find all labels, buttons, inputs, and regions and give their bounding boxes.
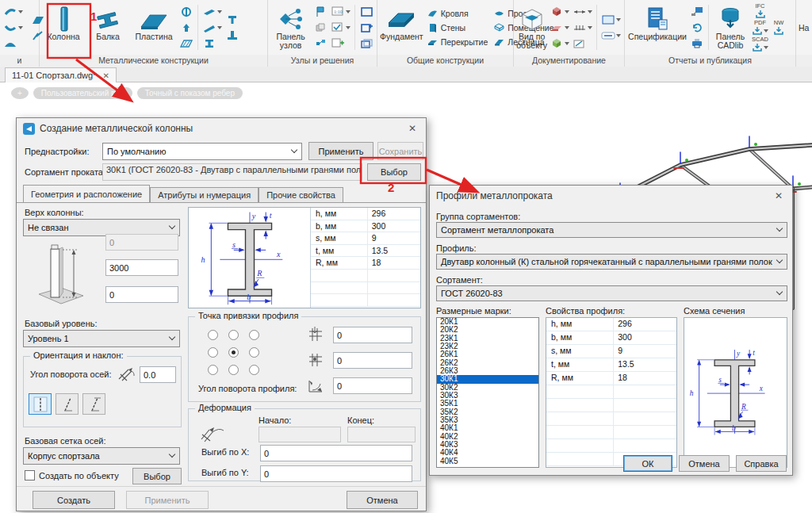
tab-geometry[interactable]: Геометрия и расположение xyxy=(23,185,150,202)
grid-select-button[interactable]: Выбор xyxy=(132,468,182,484)
apply-button[interactable]: Применить xyxy=(126,491,209,509)
dialog-titlebar[interactable]: Создание металлической колонны ✕ xyxy=(17,118,426,139)
add-doc-icon[interactable] xyxy=(331,36,345,50)
export-ifc-button[interactable]: IFC xyxy=(750,3,770,18)
anchor-offset-y-input[interactable] xyxy=(333,352,412,369)
export-scad-button[interactable]: SCAD xyxy=(750,36,770,52)
green-cube-icon[interactable] xyxy=(550,36,564,50)
base-level-combobox[interactable]: Уровень 1 xyxy=(23,330,180,347)
copy-node-icon[interactable] xyxy=(313,21,327,34)
tab-other[interactable]: Прочие свойства xyxy=(259,187,343,203)
pink-slab-icon[interactable] xyxy=(550,21,564,34)
tab-close-icon[interactable]: ✕ xyxy=(102,71,109,80)
ribbon-button-foundation[interactable]: Фундамент xyxy=(380,3,423,52)
dropdown-caret-icon[interactable] xyxy=(588,26,592,32)
save-preset-button[interactable]: Сохранить xyxy=(377,142,423,160)
hatch-section-icon[interactable] xyxy=(179,36,193,50)
dropdown-caret-icon[interactable] xyxy=(217,10,222,16)
ribbon-row-floor[interactable]: Перекрытие xyxy=(425,35,491,49)
dropdown-caret-icon[interactable] xyxy=(565,10,569,16)
anchor-radio-ne[interactable] xyxy=(249,330,259,340)
ribbon-button-beam[interactable]: Балка xyxy=(86,3,129,52)
create-button[interactable]: Создать xyxy=(33,491,115,509)
size-mark-item[interactable]: 40К5 xyxy=(437,457,538,465)
anchor-radio-nw[interactable] xyxy=(208,330,218,340)
curved-beam-icon[interactable] xyxy=(3,5,17,18)
plotter-icon[interactable] xyxy=(690,36,704,50)
ribbon-button-plate[interactable]: Пластина xyxy=(131,3,177,52)
dropdown-caret-icon[interactable] xyxy=(18,26,23,32)
size-marks-listbox[interactable]: 20К120К223К123К226К126К226К330К130К230К3… xyxy=(436,317,539,468)
close-icon[interactable]: ✕ xyxy=(772,190,786,201)
anchor-radio-sw[interactable] xyxy=(208,365,218,375)
top-offset-input[interactable] xyxy=(105,234,178,251)
ribbon-button-specifications[interactable]: Спецификации xyxy=(627,3,688,52)
help-button[interactable]: Справка xyxy=(736,455,787,472)
standard-combobox[interactable]: ГОСТ 26020-83 xyxy=(436,285,787,301)
bend-x-input[interactable] xyxy=(260,445,412,461)
deform-start-input[interactable] xyxy=(259,427,341,442)
tee-profile-icon[interactable] xyxy=(225,13,239,26)
axes-angle-input[interactable] xyxy=(140,366,176,383)
node-link-icon[interactable] xyxy=(313,36,327,50)
cancel-button[interactable]: Отмена xyxy=(679,455,730,472)
curved-beam-2-icon[interactable] xyxy=(3,21,17,34)
export-pdf-button[interactable]: PDF xyxy=(750,20,770,35)
presets-combobox[interactable]: По умолчанию xyxy=(102,143,302,160)
dimension-icon[interactable] xyxy=(573,5,587,18)
share-view-icon[interactable] xyxy=(690,5,704,18)
anchor-offset-x-input[interactable] xyxy=(333,327,412,343)
anchor-radio-w[interactable] xyxy=(208,347,218,358)
ribbon-button-nodes-panel[interactable]: Панель узлов xyxy=(270,3,311,52)
export-nw-button[interactable]: NW xyxy=(772,20,786,35)
dimension-chain-icon[interactable] xyxy=(573,21,587,34)
beam-variant-icon[interactable] xyxy=(202,5,216,18)
ribbon-button-cadlib-panel[interactable]: Панель CADlib xyxy=(712,3,749,52)
column-base-icon[interactable] xyxy=(225,29,239,42)
dropdown-caret-icon[interactable] xyxy=(346,26,350,32)
orientation-slant-top-toggle[interactable] xyxy=(82,393,105,415)
refresh-doc-icon[interactable] xyxy=(690,21,704,34)
ibeam-section-icon[interactable] xyxy=(202,36,216,50)
dropdown-caret-icon[interactable] xyxy=(346,10,350,16)
scale-doc-icon[interactable]: 1:10 xyxy=(331,5,345,18)
ribbon-button-view-by-object[interactable]: Вид по объекту xyxy=(516,3,547,52)
anchor-radio-center[interactable] xyxy=(228,347,239,358)
base-grid-combobox[interactable]: Корпус спортзала xyxy=(23,447,180,465)
tab-attributes[interactable]: Атрибуты и нумерация xyxy=(150,187,259,203)
assortment-group-combobox[interactable]: Сортамент металлопроката xyxy=(436,222,787,238)
viewport-copy-icon[interactable] xyxy=(359,36,373,50)
document-tab[interactable]: 11-01 Спортзал.dwg* ✕ xyxy=(5,67,117,82)
sheet-badge-icon[interactable] xyxy=(601,29,615,42)
dropdown-caret-icon[interactable] xyxy=(18,10,23,16)
ribbon-row-roof[interactable]: Кровля xyxy=(425,6,491,21)
bottom-offset-input[interactable] xyxy=(105,286,178,303)
viewport-view-pill[interactable]: Пользовательский вид xyxy=(33,87,132,99)
beam-slope-icon[interactable] xyxy=(202,21,216,34)
dropdown-caret-icon[interactable] xyxy=(217,26,222,32)
anchor-radio-n[interactable] xyxy=(228,330,239,340)
anchor-radio-s[interactable] xyxy=(228,365,239,375)
viewport-add-pill[interactable]: + xyxy=(11,87,29,99)
profile-combobox[interactable]: Двутавр колонный (К) стальной горячеката… xyxy=(436,254,787,270)
ribbon-button-column[interactable]: Колонна xyxy=(42,3,85,52)
dropdown-caret-icon[interactable] xyxy=(565,42,569,48)
dropdown-caret-icon[interactable] xyxy=(588,10,592,16)
bend-y-input[interactable] xyxy=(260,465,412,482)
viewport-add-icon[interactable] xyxy=(359,21,373,34)
dropdown-caret-icon[interactable] xyxy=(764,46,768,52)
apply-preset-button[interactable]: Применить xyxy=(308,142,373,160)
orientation-vertical-toggle[interactable] xyxy=(29,393,52,415)
dropdown-caret-icon[interactable] xyxy=(565,26,569,32)
profile-angle-input[interactable] xyxy=(333,377,412,394)
cancel-button[interactable]: Отмена xyxy=(347,491,418,509)
dropdown-caret-icon[interactable] xyxy=(616,18,621,24)
partial-button-label[interactable]: На xyxy=(799,23,809,33)
close-icon[interactable]: ✕ xyxy=(405,123,419,134)
ribbon-row-walls[interactable]: Стены xyxy=(425,21,491,35)
anchor-radio-e[interactable] xyxy=(249,347,259,358)
layout-view-icon[interactable] xyxy=(601,13,615,26)
check-doc-icon[interactable] xyxy=(331,21,345,34)
dropdown-caret-icon[interactable] xyxy=(764,29,768,35)
flag-icon[interactable] xyxy=(313,5,327,18)
